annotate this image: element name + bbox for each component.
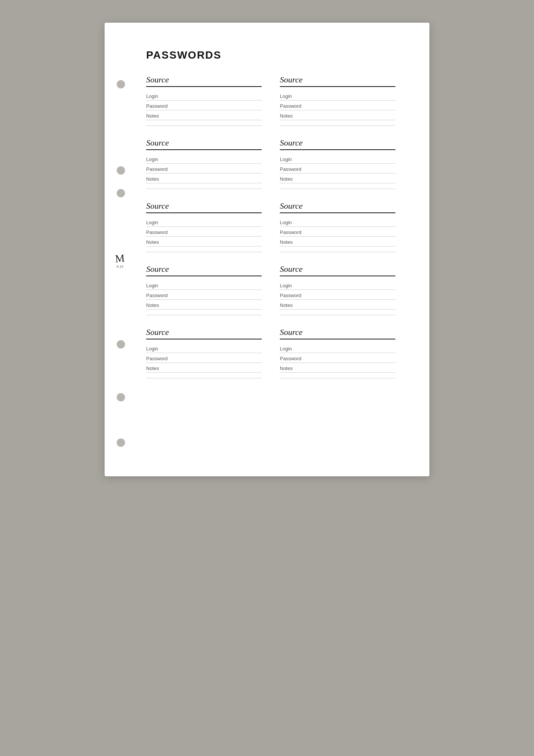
entry-divider-6: [280, 252, 395, 252]
notes-label-4: Notes: [280, 174, 395, 183]
password-field-4: Password: [280, 164, 395, 174]
login-label-2: Login: [280, 91, 395, 101]
login-label-4: Login: [280, 154, 395, 164]
notes-label-3: Notes: [146, 174, 262, 183]
notes-field-3: Notes: [146, 174, 262, 183]
entry-4: Source Login Password Notes: [280, 138, 395, 189]
login-label-8: Login: [280, 280, 395, 290]
entry-2: Source Login Password Notes: [280, 75, 395, 126]
source-label-4: Source: [280, 138, 395, 150]
password-label-4: Password: [280, 164, 395, 174]
notes-label-1: Notes: [146, 110, 262, 120]
login-label-10: Login: [280, 343, 395, 353]
notes-label-10: Notes: [280, 363, 395, 373]
notes-label-8: Notes: [280, 300, 395, 310]
entry-7: Source Login Password Notes: [146, 264, 262, 315]
entry-5: Source Login Password Notes: [146, 201, 262, 252]
login-field-7: Login: [146, 280, 262, 290]
password-field-5: Password: [146, 227, 262, 237]
notes-field-4: Notes: [280, 174, 395, 183]
login-field-2: Login: [280, 91, 395, 101]
password-field-10: Password: [280, 353, 395, 363]
page: M 6.13 PASSWORDS Source Login Password: [105, 23, 429, 476]
entry-9: Source Login Password Notes: [146, 327, 262, 378]
notes-field-6: Notes: [280, 237, 395, 246]
source-label-1: Source: [146, 75, 262, 87]
source-label-8: Source: [280, 264, 395, 276]
entry-divider-3: [146, 189, 262, 189]
entry-6: Source Login Password Notes: [280, 201, 395, 252]
notes-field-9: Notes: [146, 363, 262, 373]
notes-label-6: Notes: [280, 237, 395, 246]
entry-divider-1: [146, 125, 262, 126]
password-label-8: Password: [280, 290, 395, 300]
password-label-5: Password: [146, 227, 262, 237]
login-label-3: Login: [146, 154, 262, 164]
entry-divider-2: [280, 125, 395, 126]
login-field-8: Login: [280, 280, 395, 290]
entry-divider-5: [146, 252, 262, 252]
circle-dot-2: [117, 166, 125, 175]
entry-divider-4: [280, 189, 395, 189]
notes-field-7: Notes: [146, 300, 262, 310]
source-label-9: Source: [146, 327, 262, 339]
page-title: PASSWORDS: [146, 49, 395, 61]
notes-field-1: Notes: [146, 110, 262, 120]
notes-field-2: Notes: [280, 110, 395, 120]
password-field-1: Password: [146, 101, 262, 110]
source-label-7: Source: [146, 264, 262, 276]
password-label-6: Password: [280, 227, 395, 237]
entry-divider-7: [146, 315, 262, 315]
entry-divider-8: [280, 315, 395, 315]
circle-dot-3: [117, 189, 125, 197]
password-field-8: Password: [280, 290, 395, 300]
notes-label-5: Notes: [146, 237, 262, 246]
entries-grid: Source Login Password Notes Source Login…: [146, 75, 395, 390]
source-label-2: Source: [280, 75, 395, 87]
password-label-3: Password: [146, 164, 262, 174]
notes-label-2: Notes: [280, 110, 395, 120]
source-label-6: Source: [280, 201, 395, 213]
password-field-7: Password: [146, 290, 262, 300]
circle-dot-6: [117, 438, 125, 447]
entry-1: Source Login Password Notes: [146, 75, 262, 126]
circle-dot-4: [117, 340, 125, 349]
password-label-9: Password: [146, 353, 262, 363]
signature-block: M 6.13: [115, 253, 125, 268]
password-label-1: Password: [146, 101, 262, 110]
password-field-2: Password: [280, 101, 395, 110]
notes-label-9: Notes: [146, 363, 262, 373]
login-field-6: Login: [280, 217, 395, 227]
entry-divider-10: [280, 378, 395, 378]
password-field-6: Password: [280, 227, 395, 237]
login-field-4: Login: [280, 154, 395, 164]
source-label-5: Source: [146, 201, 262, 213]
signature-letter: M: [115, 253, 125, 264]
login-label-5: Login: [146, 217, 262, 227]
password-label-2: Password: [280, 101, 395, 110]
signature-number: 6.13: [117, 265, 123, 268]
entry-8: Source Login Password Notes: [280, 264, 395, 315]
login-label-9: Login: [146, 343, 262, 353]
entry-10: Source Login Password Notes: [280, 327, 395, 378]
login-field-5: Login: [146, 217, 262, 227]
login-field-1: Login: [146, 91, 262, 101]
login-field-9: Login: [146, 343, 262, 353]
entry-divider-9: [146, 378, 262, 378]
notes-field-5: Notes: [146, 237, 262, 246]
source-label-3: Source: [146, 138, 262, 150]
login-label-6: Login: [280, 217, 395, 227]
login-label-1: Login: [146, 91, 262, 101]
password-label-10: Password: [280, 353, 395, 363]
login-label-7: Login: [146, 280, 262, 290]
circle-dot-5: [117, 393, 125, 401]
login-field-3: Login: [146, 154, 262, 164]
notes-label-7: Notes: [146, 300, 262, 310]
password-label-7: Password: [146, 290, 262, 300]
source-label-10: Source: [280, 327, 395, 339]
entry-3: Source Login Password Notes: [146, 138, 262, 189]
password-field-3: Password: [146, 164, 262, 174]
login-field-10: Login: [280, 343, 395, 353]
circle-dot-1: [117, 80, 125, 88]
notes-field-8: Notes: [280, 300, 395, 310]
